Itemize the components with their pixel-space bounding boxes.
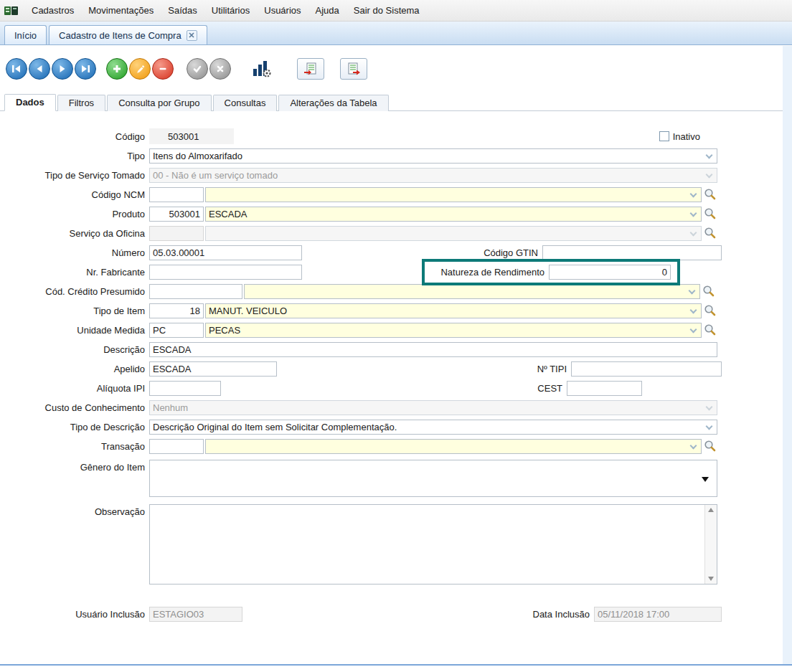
menu-saidas[interactable]: Saídas (161, 2, 204, 19)
form-tab-filtros[interactable]: Filtros (57, 95, 105, 111)
confirm-button[interactable] (187, 58, 208, 80)
nav-last-button[interactable] (75, 58, 96, 80)
scroll-up-icon[interactable] (708, 508, 714, 512)
chevron-down-icon (690, 326, 697, 333)
chevron-down-icon (690, 229, 697, 236)
menu-ajuda[interactable]: Ajuda (308, 2, 346, 19)
chevron-down-icon (706, 422, 713, 430)
chevron-down-icon (690, 209, 697, 217)
data-inclusao-input (594, 607, 722, 622)
tipo-descricao-combobox[interactable]: Descrição Original do Item sem Solicitar… (149, 420, 717, 435)
form-tab-strip: Dados Filtros Consulta por Grupo Consult… (0, 92, 792, 111)
codigo-ncm-lookup-button[interactable] (704, 188, 717, 201)
natureza-rendimento-group: Natureza de Rendimento (440, 265, 671, 280)
unidade-medida-desc: PECAS (209, 325, 240, 336)
edit-button[interactable] (129, 58, 151, 80)
tab-close-icon[interactable] (187, 30, 197, 41)
cod-credito-presumido-combobox[interactable] (244, 284, 700, 299)
apelido-label: Apelido (0, 364, 149, 374)
produto-label: Produto (0, 209, 149, 219)
nav-previous-button[interactable] (29, 58, 50, 80)
aliquota-ipi-input[interactable] (149, 381, 221, 396)
unidade-medida-label: Unidade Medida (0, 325, 149, 336)
produto-code-input[interactable] (149, 207, 204, 222)
tipo-label: Tipo (0, 151, 149, 161)
tipo-de-item-code-input[interactable] (149, 303, 204, 318)
custo-conhecimento-label: Custo de Conhecimento (0, 402, 149, 413)
aliquota-ipi-label: Alíquota IPI (0, 383, 149, 394)
document-tab-strip: Início Cadastro de Itens de Compra (0, 22, 792, 45)
menu-utilitarios[interactable]: Utilitários (204, 2, 257, 19)
transacao-code-input[interactable] (149, 439, 204, 454)
chevron-down-icon (690, 190, 697, 197)
add-button[interactable] (106, 58, 128, 80)
tipo-servico-tomado-combobox: 00 - Não é um serviço tomado (149, 168, 717, 183)
tipo-combobox[interactable]: Itens do Almoxarifado (149, 148, 717, 164)
transacao-lookup-button[interactable] (704, 440, 717, 453)
menu-cadastros[interactable]: Cadastros (24, 2, 81, 19)
unidade-medida-code-input[interactable] (149, 323, 204, 338)
row-transacao: Transação (0, 438, 722, 454)
row-apelido: Apelido Nº TIPI (0, 361, 722, 377)
tipo-de-item-lookup-button[interactable] (704, 304, 717, 317)
nr-fabricante-label: Nr. Fabricante (0, 267, 149, 278)
numero-input[interactable] (149, 245, 302, 260)
numero-label: Número (0, 247, 149, 258)
servico-oficina-code-input (149, 226, 204, 241)
form-tab-dados[interactable]: Dados (4, 94, 56, 111)
row-nr-fabricante: Nr. Fabricante Natureza de Rendimento (0, 264, 722, 280)
n-tipi-input[interactable] (571, 361, 722, 377)
servico-oficina-lookup-button[interactable] (704, 227, 717, 240)
n-tipi-label: Nº TIPI (537, 364, 571, 374)
window-bottom-border (0, 664, 792, 666)
tipo-de-item-combobox[interactable]: MANUT. VEICULO (205, 303, 702, 318)
tab-inicio[interactable]: Início (4, 25, 47, 44)
delete-button[interactable] (152, 58, 174, 80)
natureza-rendimento-label: Natureza de Rendimento (440, 267, 549, 278)
unidade-medida-lookup-button[interactable] (704, 323, 717, 336)
dropdown-arrow-icon[interactable] (702, 477, 709, 482)
observacao-scrollbar[interactable] (704, 505, 717, 584)
produto-combobox[interactable]: ESCADA (205, 207, 702, 222)
cest-input[interactable] (567, 381, 642, 396)
apelido-input[interactable] (149, 361, 277, 377)
chart-config-button[interactable] (250, 58, 273, 80)
codigo-ncm-combobox[interactable] (205, 187, 702, 202)
tab-cadastro-itens-compra[interactable]: Cadastro de Itens de Compra (49, 25, 207, 44)
descricao-input[interactable] (149, 342, 717, 357)
app-window: Cadastros Movimentações Saídas Utilitári… (0, 0, 792, 622)
cancel-button[interactable] (209, 58, 231, 80)
inativo-checkbox[interactable] (659, 131, 669, 141)
genero-do-item-combobox[interactable] (149, 460, 717, 497)
unidade-medida-combobox[interactable]: PECAS (205, 323, 702, 338)
produto-lookup-button[interactable] (704, 207, 717, 220)
scroll-down-icon[interactable] (708, 577, 714, 581)
cod-credito-presumido-lookup-button[interactable] (702, 285, 715, 298)
form-tab-alteracoes-da-tabela[interactable]: Alterações da Tabela (278, 95, 388, 111)
codigo-ncm-label: Código NCM (0, 189, 149, 200)
transacao-combobox[interactable] (205, 439, 702, 454)
natureza-rendimento-input[interactable] (549, 265, 671, 280)
nav-first-button[interactable] (6, 58, 27, 80)
app-logo-icon (4, 4, 20, 17)
codigo-gtin-input[interactable] (542, 245, 722, 260)
observacao-textarea[interactable] (150, 505, 704, 584)
chevron-down-icon (706, 151, 713, 158)
chevron-down-icon (689, 287, 696, 294)
import-table-button[interactable] (297, 58, 324, 80)
menu-movimentacoes[interactable]: Movimentações (81, 2, 161, 19)
nav-next-button[interactable] (52, 58, 73, 80)
nr-fabricante-input[interactable] (149, 265, 302, 280)
form-tab-consultas[interactable]: Consultas (213, 95, 278, 111)
row-tipo-de-item: Tipo de Item MANUT. VEICULO (0, 303, 722, 318)
form-tab-consulta-por-grupo[interactable]: Consulta por Grupo (107, 95, 211, 111)
custo-conhecimento-combobox: Nenhum (149, 400, 717, 415)
export-table-button[interactable] (340, 58, 367, 80)
row-codigo-ncm: Código NCM (0, 186, 722, 202)
codigo-ncm-code-input[interactable] (149, 187, 204, 202)
cod-credito-presumido-code-input[interactable] (149, 284, 242, 299)
menu-sair-do-sistema[interactable]: Sair do Sistema (346, 2, 427, 19)
form-dados: Código 503001 Inativo Tipo Itens do Almo… (0, 111, 792, 622)
menu-usuarios[interactable]: Usuários (257, 2, 308, 19)
codigo-value: 503001 (149, 128, 234, 144)
